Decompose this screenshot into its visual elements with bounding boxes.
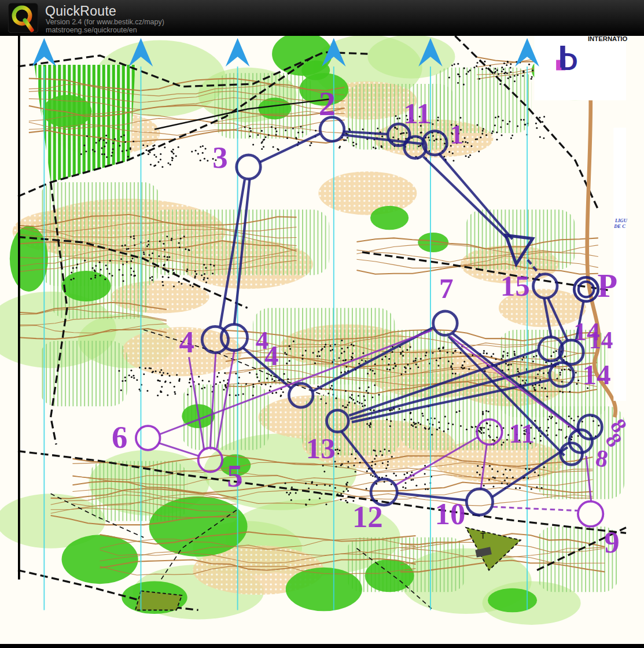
stone-dot bbox=[489, 436, 491, 438]
stone-dot bbox=[133, 235, 135, 237]
stone-dot bbox=[301, 358, 303, 360]
stone-dot bbox=[157, 395, 159, 396]
stone-dot bbox=[160, 153, 161, 155]
orienteering-map[interactable]: TINTERNATIOLIGUDE CD 1234445678889101111… bbox=[0, 36, 644, 644]
map-canvas[interactable]: TINTERNATIOLIGUDE CD 1234445678889101111… bbox=[0, 36, 644, 644]
stone-dot bbox=[324, 484, 326, 486]
stone-dot bbox=[146, 145, 148, 147]
stone-dot bbox=[478, 150, 480, 152]
stone-dot bbox=[180, 238, 182, 240]
stone-dot bbox=[454, 63, 455, 65]
forest-thicket bbox=[62, 271, 111, 301]
stone-dot bbox=[235, 395, 237, 396]
control-number-7: 7 bbox=[439, 273, 454, 304]
stone-dot bbox=[381, 135, 383, 137]
stone-dot bbox=[415, 485, 417, 487]
stone-dot bbox=[498, 116, 499, 117]
stone-dot bbox=[391, 409, 393, 411]
out-of-bounds-label: T bbox=[480, 531, 485, 540]
stone-dot bbox=[355, 471, 356, 473]
stone-dot bbox=[491, 468, 493, 470]
stone-dot bbox=[179, 246, 181, 248]
stone-dot bbox=[370, 474, 372, 476]
stone-dot bbox=[447, 428, 449, 430]
stone-dot bbox=[457, 82, 459, 84]
stone-dot bbox=[483, 427, 485, 429]
control-number-14: 14 bbox=[582, 359, 610, 391]
stone-dot bbox=[424, 473, 426, 475]
stone-dot bbox=[402, 351, 403, 352]
stone-dot bbox=[495, 116, 496, 118]
stone-dot bbox=[384, 481, 385, 483]
stone-dot bbox=[522, 75, 524, 77]
stone-dot bbox=[439, 350, 441, 352]
stone-dot bbox=[427, 419, 429, 421]
stone-dot bbox=[496, 437, 498, 439]
stone-dot bbox=[123, 134, 125, 136]
stone-dot bbox=[210, 264, 212, 266]
stone-dot bbox=[197, 153, 199, 154]
stone-dot bbox=[404, 482, 406, 484]
stone-dot bbox=[195, 150, 197, 152]
stone-dot bbox=[317, 355, 318, 357]
stone-dot bbox=[351, 397, 352, 399]
stone-dot bbox=[501, 134, 502, 136]
stone-dot bbox=[124, 244, 126, 246]
stone-dot bbox=[485, 134, 487, 136]
stone-dot bbox=[546, 430, 547, 432]
stone-dot bbox=[550, 417, 552, 419]
stone-dot bbox=[495, 358, 497, 360]
stone-dot bbox=[301, 131, 303, 133]
stone-dot bbox=[204, 386, 205, 388]
stone-dot bbox=[509, 76, 511, 78]
stone-dot bbox=[124, 380, 126, 382]
stone-dot bbox=[112, 275, 113, 277]
stone-dot bbox=[502, 356, 504, 358]
stone-dot bbox=[481, 68, 483, 70]
stone-dot bbox=[376, 455, 377, 456]
stone-dot bbox=[185, 248, 186, 250]
stone-dot bbox=[531, 76, 533, 78]
stone-dot bbox=[385, 475, 387, 477]
stone-dot bbox=[503, 351, 505, 352]
stone-dot bbox=[161, 281, 163, 283]
stone-dot bbox=[342, 405, 344, 407]
stone-dot bbox=[411, 424, 413, 426]
stone-dot bbox=[168, 277, 170, 278]
stone-dot bbox=[155, 370, 157, 372]
stone-dot bbox=[265, 384, 267, 385]
stone-dot bbox=[204, 273, 205, 275]
control-number-11: 11 bbox=[403, 97, 431, 130]
stone-dot bbox=[439, 348, 440, 349]
stone-dot bbox=[347, 404, 348, 406]
stone-dot bbox=[306, 504, 307, 506]
stone-dot bbox=[480, 137, 481, 138]
stone-dot bbox=[403, 132, 404, 134]
stone-dot bbox=[164, 256, 165, 257]
stone-dot bbox=[517, 74, 518, 76]
stone-dot bbox=[582, 421, 583, 422]
stone-dot bbox=[598, 425, 599, 426]
stone-dot bbox=[172, 269, 174, 271]
stone-dot bbox=[444, 143, 446, 145]
stone-dot bbox=[312, 352, 314, 354]
stone-dot bbox=[358, 363, 360, 365]
stone-dot bbox=[160, 159, 161, 160]
app-version-text: Version 2.4 (for www.bestik.cz/mapy) bbox=[46, 18, 164, 27]
stone-dot bbox=[382, 462, 384, 464]
stone-dot bbox=[528, 468, 530, 470]
forest-thicket bbox=[42, 95, 91, 128]
stone-dot bbox=[270, 385, 271, 387]
stone-dot bbox=[126, 261, 128, 263]
stone-dot bbox=[467, 142, 469, 143]
stone-dot bbox=[392, 137, 394, 138]
stone-dot bbox=[463, 84, 465, 86]
stone-dot bbox=[343, 491, 344, 492]
stone-dot bbox=[575, 372, 577, 374]
stone-dot bbox=[354, 402, 356, 404]
stone-dot bbox=[507, 365, 509, 366]
stone-dot bbox=[506, 439, 508, 441]
stone-dot bbox=[519, 487, 521, 489]
stone-dot bbox=[465, 141, 466, 143]
stone-dot bbox=[461, 366, 462, 368]
